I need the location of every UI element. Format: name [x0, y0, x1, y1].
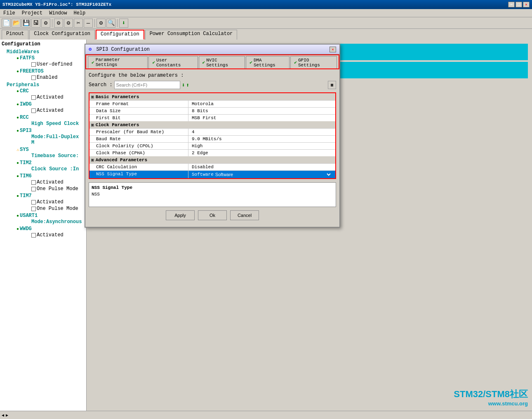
cpha-row: Clock Phase (CPHA) 2 Edge [89, 149, 335, 156]
frame-format-label: Frame Format [89, 101, 188, 107]
tim7-child1: Activated [16, 199, 85, 205]
basic-params-header[interactable]: ▣ Basic Parameters [89, 93, 335, 100]
maximize-button[interactable]: □ [516, 2, 522, 7]
frame-format-value: Motorola [188, 101, 335, 107]
tim6-pulse-cb[interactable] [31, 187, 36, 191]
peripherals-label[interactable]: Peripherals [7, 82, 85, 88]
title-bar: STM32CubeMX YS-F1Pro.ioc*: STM32F103ZETx… [0, 0, 532, 9]
menu-project[interactable]: Project [20, 10, 44, 16]
toolbar-save[interactable]: 💾 [21, 19, 31, 28]
freertos-cb[interactable] [31, 75, 36, 80]
menu-file[interactable]: File [2, 10, 17, 16]
freertos-enabled: Enabled [31, 75, 85, 80]
tim7-pulse-cb[interactable] [31, 207, 36, 211]
toolbar-new[interactable]: 📄 [2, 19, 11, 28]
middlewares-label[interactable]: MiddleWares [7, 49, 85, 55]
tim7-label[interactable]: ●TIM7 [16, 193, 85, 199]
nss-signal-dropdown[interactable]: Software Hardware Input only Hardware Ou… [214, 172, 332, 177]
nss-signal-value: Software Software Hardware Input only Ha… [188, 171, 335, 178]
menu-window[interactable]: Window [47, 10, 68, 16]
dialog-tab-nvic[interactable]: ✔ NVIC Settings [199, 56, 245, 68]
scroll-right-btn[interactable]: ▶ [6, 413, 8, 418]
tree-fatfs: ●FATFS User-defined [7, 55, 85, 68]
toolbar-btn7[interactable]: ⚙ [64, 19, 73, 28]
toolbar-btn6[interactable]: ⚙ [54, 19, 63, 28]
watermark: STM32/STM8社区 www.stmcu.org [454, 388, 528, 407]
iwdg-label[interactable]: ●IWDG [16, 101, 85, 107]
iwdg-cb[interactable] [31, 108, 36, 113]
tree-middlewares: MiddleWares ●FATFS User-defined ●FREERTO… [2, 49, 85, 82]
tim6-cb[interactable] [31, 180, 36, 185]
usart1-label[interactable]: ●USART1 [16, 213, 85, 219]
toolbar-save2[interactable]: 🖫 [31, 19, 40, 28]
tab-pinout[interactable]: Pinout [2, 30, 28, 40]
close-button[interactable]: ✕ [523, 2, 530, 7]
dialog-tab-user-const[interactable]: ✔ User Constants [148, 56, 198, 68]
clock-params-header[interactable]: ▣ Clock Parameters [89, 121, 335, 128]
fatfs-child: User-defined [16, 61, 85, 68]
search-next-btn[interactable]: ⬆ [186, 82, 189, 89]
tab-configuration[interactable]: Configuration [96, 30, 144, 40]
crc-cb[interactable] [31, 95, 36, 100]
crc-activated: Activated [31, 94, 85, 100]
cpol-value: High [188, 143, 335, 149]
fatfs-cb[interactable] [31, 62, 36, 67]
crc-label[interactable]: ●CRC [16, 88, 85, 94]
iwdg-activated: Activated [31, 108, 85, 113]
prescaler-row: Prescaler (for Baud Rate) 4 [89, 128, 335, 135]
fatfs-label[interactable]: ●FATFS [16, 55, 85, 61]
tim6-activated: Activated [31, 179, 85, 185]
advanced-params-toggle: ▣ [91, 157, 94, 162]
toolbar-generate[interactable]: ⬇ [119, 19, 128, 28]
nss-signal-row[interactable]: NSS Signal Type Software Software Hardwa… [89, 170, 335, 178]
minimize-button[interactable]: − [508, 2, 515, 7]
tab-clock[interactable]: Clock Configuration [29, 30, 95, 40]
wwdg-cb[interactable] [31, 233, 36, 238]
baud-rate-value: 9.0 MBits/s [188, 136, 335, 142]
dialog-content: Configure the below parameters : Search … [85, 69, 339, 227]
cancel-button[interactable]: Cancel [230, 210, 259, 220]
toolbar-btn11[interactable]: 🔍 [106, 19, 115, 28]
iwdg-child: Activated [16, 107, 85, 114]
search-prev-btn[interactable]: ⬇ [182, 82, 185, 89]
apply-button[interactable]: Apply [166, 210, 195, 220]
freertos-label[interactable]: ●FREERTOS [16, 68, 85, 74]
toolbar-open[interactable]: 📂 [12, 19, 21, 28]
tim2-label[interactable]: ●TIM2 [16, 160, 85, 166]
dialog-tab-gpio[interactable]: ✔ GPIO Settings [290, 56, 337, 68]
freertos-child: Enabled [16, 74, 85, 81]
tim6-child1: Activated [16, 179, 85, 186]
tim6-label[interactable]: ●TIM6 [16, 173, 85, 179]
usart1-child: Mode:Asynchronous [16, 219, 85, 225]
dialog-tab-dma[interactable]: ✔ DMA Settings [246, 56, 290, 68]
sys-label[interactable]: ⚠SYS [16, 147, 85, 153]
rcc-child: High Speed Clock [16, 120, 85, 127]
ok-button[interactable]: Ok [198, 210, 227, 220]
search-arrows: ⬇ ⬆ [182, 82, 190, 89]
data-size-value: 8 Bits [188, 108, 335, 114]
spi3-label[interactable]: ●SPI3 [16, 128, 85, 134]
user-const-check-icon: ✔ [152, 60, 155, 65]
dialog-action-buttons: Apply Ok Cancel [89, 207, 336, 224]
toolbar-btn8[interactable]: ✂ [74, 19, 83, 28]
search-input[interactable] [114, 81, 180, 89]
right-panel: Connectivity SPI3 ⚡ USART1 ⚡ System [87, 40, 532, 419]
tim7-cb[interactable] [31, 200, 36, 205]
tree-spi3: ●SPI3 Mode:Full-Duplex M [7, 127, 85, 146]
dialog-tab-params[interactable]: ✔ Parameter Settings [88, 56, 148, 68]
wwdg-label[interactable]: ●WWDG [16, 226, 85, 232]
window-controls: − □ ✕ [508, 2, 530, 7]
tab-power[interactable]: Power Consumption Calculator [145, 30, 238, 40]
menu-help[interactable]: Help [72, 10, 87, 16]
tim6-child2: One Pulse Mode [16, 186, 85, 192]
toolbar-btn5[interactable]: ⚙ [41, 19, 50, 28]
toolbar-btn9[interactable]: — [84, 19, 93, 28]
scroll-left-btn[interactable]: ◀ [2, 413, 4, 418]
dialog-close-btn[interactable]: ✕ [330, 47, 336, 52]
description-box: NSS Signal Type NSS [89, 182, 336, 207]
dialog-title-content: ⚙ SPI3 Configuration [89, 46, 150, 52]
toolbar-btn10[interactable]: ⚙ [97, 19, 106, 28]
grid-view-btn[interactable]: ▦ [328, 81, 336, 89]
rcc-label[interactable]: ●RCC [16, 115, 85, 120]
advanced-params-header[interactable]: ▣ Advanced Parameters [89, 156, 335, 163]
